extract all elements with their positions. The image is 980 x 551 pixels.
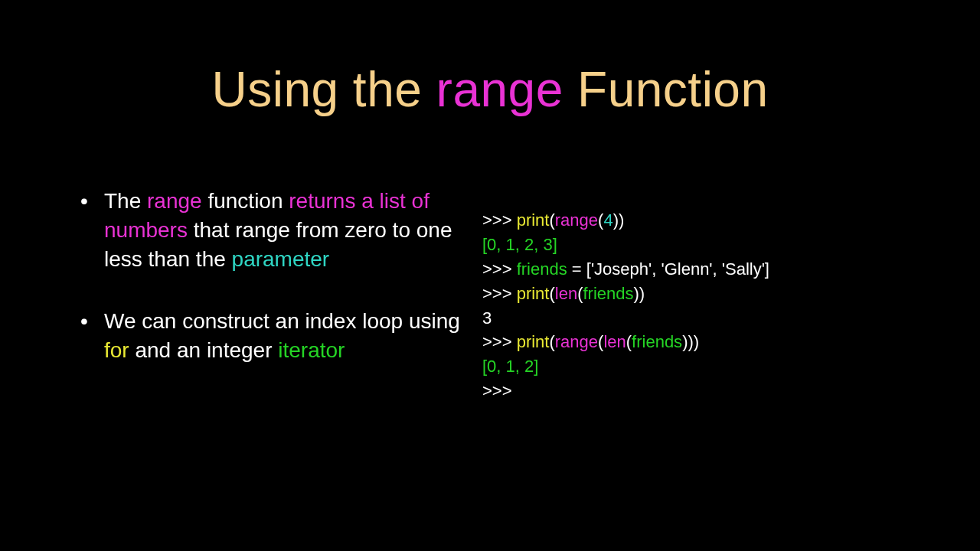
slide: Using the range Function The range funct… [0,0,980,551]
b1-range: range [147,189,202,213]
var-friends: friends [632,332,682,351]
code-line-6: >>> print(range(len(friends))) [482,330,919,354]
paren-close: ))) [682,332,699,351]
fn-print: print [517,284,550,303]
prompt: >>> [482,284,517,303]
paren: ( [626,332,632,351]
bullet-2: We can construct an index loop using for… [77,307,475,365]
bullet-list: The range function returns a list of num… [77,187,475,365]
paren: ( [549,332,554,351]
paren-close: )) [634,284,645,303]
prompt: >>> [482,210,517,230]
b1-pre: The [104,189,147,213]
paren: ( [549,284,554,303]
title-range: range [436,62,564,117]
fn-len: len [555,284,577,303]
b1-mid1: function [202,189,289,213]
literal-4: 4 [603,210,612,230]
prompt: >>> [482,259,517,279]
assign-list: = ['Joseph', 'Glenn', 'Sally'] [567,259,769,279]
code-column: >>> print(range(4)) [0, 1, 2, 3] >>> fri… [475,187,919,403]
bullet-1: The range function returns a list of num… [77,187,475,273]
code-line-7: [0, 1, 2] [482,354,919,379]
fn-print: print [517,332,550,351]
paren-close: )) [613,210,625,230]
fn-range: range [555,210,598,230]
b2-for: for [104,338,129,362]
fn-len: len [603,332,626,351]
var-friends: friends [583,284,633,303]
code-line-4: >>> print(len(friends)) [482,282,919,306]
b2-pre: We can construct an index loop using [104,309,460,333]
code-line-8: >>> [482,379,919,403]
b2-iterator: iterator [278,338,345,362]
slide-body: The range function returns a list of num… [0,187,980,403]
title-function: Function [564,62,769,117]
fn-print: print [517,210,550,230]
code-line-2: [0, 1, 2, 3] [482,233,919,257]
b2-mid: and an integer [129,338,279,362]
code-line-1: >>> print(range(4)) [482,208,919,233]
paren: ( [549,210,554,230]
code-line-5: 3 [482,306,919,331]
bullet-column: The range function returns a list of num… [61,187,475,403]
title-using-the: Using the [211,62,436,117]
slide-title: Using the range Function [0,0,980,118]
b1-parameter: parameter [232,247,330,271]
fn-range: range [555,332,598,351]
prompt: >>> [482,332,517,351]
code-line-3: >>> friends = ['Joseph', 'Glenn', 'Sally… [482,257,919,282]
var-friends: friends [517,259,567,279]
